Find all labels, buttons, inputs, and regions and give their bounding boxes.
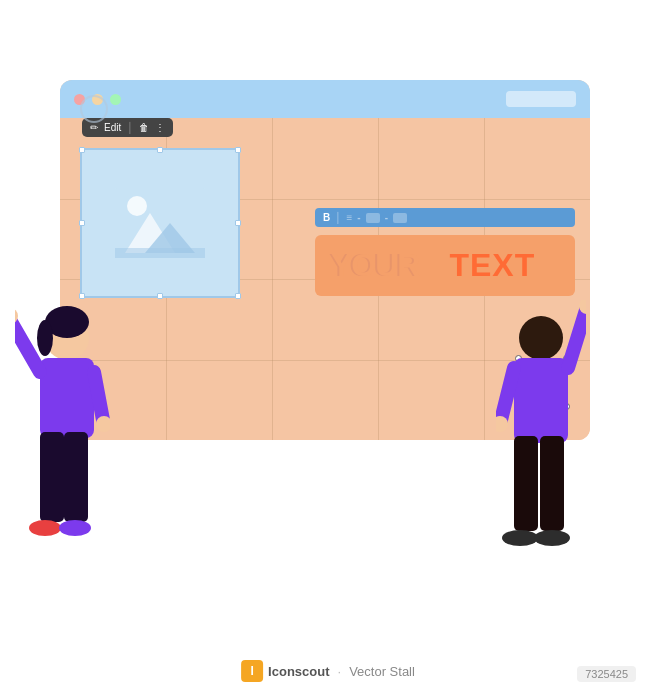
resize-handle-ml[interactable] [79,220,85,226]
bold-button[interactable]: B [323,212,330,223]
text-label: TEXT [449,247,535,284]
image-widget-inner [82,150,238,296]
text-area: B │ ≡ - - YOUR TEXT [315,208,575,296]
female-character-svg [15,300,110,610]
svg-point-7 [37,320,53,356]
more-icon[interactable]: ⋮ [155,122,165,133]
svg-line-19 [568,310,586,368]
resize-handle-tl[interactable] [79,147,85,153]
tb-separator: │ [335,212,341,223]
resize-handle-br[interactable] [235,293,241,299]
circle-decoration [80,95,108,123]
svg-point-1 [127,196,147,216]
resize-handle-tr[interactable] [235,147,241,153]
watermark-separator: · [338,664,342,679]
svg-rect-4 [115,248,205,258]
iconscout-icon: I [241,660,263,682]
char-male [496,300,576,580]
toolbar-separator: │ [127,122,133,133]
iconscout-text: Iconscout [268,664,329,679]
id-badge: 7325425 [577,666,636,682]
browser-address-bar [506,91,576,107]
svg-line-20 [501,368,514,420]
trash-icon[interactable]: 🗑 [139,122,149,133]
male-character-svg [496,300,586,610]
svg-point-16 [59,520,91,536]
your-text-box: YOUR TEXT [315,235,575,296]
svg-point-17 [519,316,563,360]
edit-label[interactable]: Edit [104,122,121,133]
watermark-container: I Iconscout · Vector Stall [241,660,415,682]
svg-rect-8 [40,358,94,438]
svg-point-25 [502,530,538,546]
iconscout-logo: I Iconscout [241,660,329,682]
pencil-icon: ✏ [90,122,98,133]
resize-handle-bm[interactable] [157,293,163,299]
svg-line-9 [15,320,40,372]
resize-handle-bl[interactable] [79,293,85,299]
browser-titlebar [60,80,590,118]
image-widget[interactable]: ✏ Edit │ 🗑 ⋮ [80,148,240,298]
browser-dot-green [110,94,121,105]
resize-handle-tm[interactable] [157,147,163,153]
resize-handle-mr[interactable] [235,220,241,226]
text-toolbar[interactable]: B │ ≡ - - [315,208,575,227]
svg-rect-13 [40,432,64,522]
tb-settings-icon[interactable] [393,213,407,223]
svg-point-15 [29,520,61,536]
svg-line-10 [94,372,103,420]
tb-sep2: - [357,212,360,223]
svg-rect-14 [64,432,88,522]
your-label: YOUR [331,247,419,284]
image-placeholder-svg [115,188,205,258]
svg-rect-18 [514,358,568,443]
tb-sep3: - [385,212,388,223]
svg-rect-24 [540,436,564,531]
vector-stall-text: Vector Stall [349,664,415,679]
tb-align-icon[interactable]: ≡ [346,212,352,223]
illustration-container: ✏ Edit │ 🗑 ⋮ [0,0,656,700]
svg-rect-23 [514,436,538,531]
svg-point-26 [534,530,570,546]
tb-box-icon[interactable] [366,213,380,223]
char-female [15,300,105,580]
